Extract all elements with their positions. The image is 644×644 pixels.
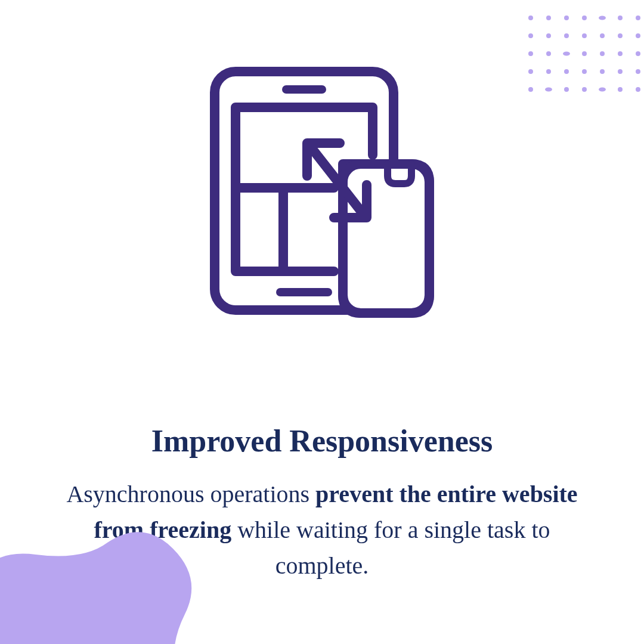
svg-point-24 (582, 69, 587, 74)
svg-point-29 (545, 88, 552, 92)
svg-point-4 (599, 16, 606, 20)
svg-point-20 (636, 51, 640, 56)
svg-point-6 (636, 16, 640, 20)
svg-point-28 (528, 87, 533, 92)
svg-point-23 (564, 69, 569, 74)
responsive-devices-icon (191, 60, 453, 322)
svg-point-8 (546, 33, 551, 38)
svg-point-7 (528, 33, 533, 38)
decorative-blob (0, 513, 215, 644)
body-text-pre: Asynchronous operations (66, 481, 315, 507)
svg-point-18 (600, 51, 605, 56)
decorative-dots-pattern (525, 12, 644, 107)
svg-point-13 (636, 33, 640, 38)
svg-point-34 (636, 87, 640, 92)
svg-point-32 (599, 88, 606, 92)
svg-point-16 (563, 52, 570, 56)
svg-point-19 (618, 51, 623, 56)
svg-point-0 (528, 16, 533, 20)
svg-point-12 (618, 33, 623, 38)
svg-point-2 (564, 16, 569, 20)
svg-point-9 (564, 33, 569, 38)
svg-point-15 (546, 51, 551, 56)
svg-point-25 (600, 69, 605, 74)
svg-point-1 (546, 16, 551, 20)
svg-point-27 (636, 69, 640, 74)
svg-point-5 (618, 16, 623, 20)
svg-point-22 (546, 69, 551, 74)
heading: Improved Responsiveness (60, 423, 584, 459)
svg-point-14 (528, 51, 533, 56)
svg-point-33 (618, 87, 623, 92)
svg-point-30 (564, 87, 569, 92)
svg-point-11 (600, 33, 605, 38)
body-text-post: while waiting for a single task to compl… (231, 516, 550, 579)
svg-point-21 (528, 69, 533, 74)
svg-point-3 (582, 16, 587, 20)
svg-point-31 (582, 87, 587, 92)
svg-point-26 (618, 69, 623, 74)
svg-point-17 (582, 51, 587, 56)
svg-point-10 (582, 33, 587, 38)
